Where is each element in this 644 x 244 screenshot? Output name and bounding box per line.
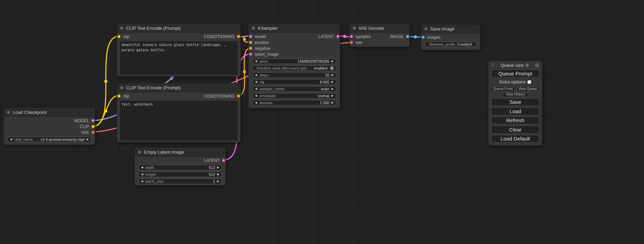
node-title-bar[interactable]: Empty Latent Image [135, 148, 226, 157]
save-button[interactable]: Save [491, 98, 539, 106]
widget-random-seed-toggle[interactable]: Random seed after every gen enabled [252, 65, 336, 71]
positive-prompt-textarea[interactable]: beautiful scenery nature glass bottle la… [120, 41, 238, 75]
node-title-bar[interactable]: KSampler [249, 24, 340, 33]
queue-panel-header: ⠿ Queue size: 0 ⚙ [491, 62, 539, 69]
widget-value: 512 [209, 165, 215, 170]
collapse-dot[interactable] [7, 111, 10, 114]
node-title: CLIP Text Encode (Prompt) [126, 85, 181, 90]
widget-filename-prefix[interactable]: filename_prefix ComfyUI [425, 42, 477, 47]
refresh-button[interactable]: Refresh [491, 117, 539, 125]
node-empty-latent-image[interactable]: Empty Latent Image LATENT ◀ width 512 ▶ … [134, 147, 226, 186]
arrow-left-icon[interactable]: ◀ [255, 81, 257, 83]
output-label-conditioning: CONDITIONING [204, 94, 235, 99]
arrow-right-icon[interactable]: ▶ [217, 173, 219, 176]
node-clip-text-encode-positive[interactable]: CLIP Text Encode (Prompt) clip CONDITION… [117, 24, 241, 76]
input-dot-positive[interactable] [249, 41, 252, 44]
collapse-dot[interactable] [120, 27, 123, 30]
slot-row: model LATENT [249, 34, 340, 39]
node-vae-decode[interactable]: VAE Decode samples IMAGE vae [349, 24, 410, 47]
input-dot-negative[interactable] [249, 47, 252, 50]
widget-name: Random seed after every gen [257, 66, 307, 70]
output-dot-conditioning[interactable] [237, 94, 240, 98]
widget-denoise[interactable]: ◀ denoise 1.000 ▶ [252, 100, 336, 106]
input-dot-model[interactable] [249, 35, 252, 38]
view-queue-button[interactable]: View Queue [516, 87, 540, 91]
arrow-right-icon[interactable]: ▶ [332, 74, 334, 76]
widget-steps[interactable]: ◀ steps 20 ▶ [252, 72, 336, 78]
slot-row: negative [249, 45, 340, 51]
node-title: Save Image [430, 26, 454, 31]
arrow-left-icon[interactable]: ◀ [255, 60, 257, 63]
output-dot-clip[interactable] [91, 125, 95, 128]
view-history-button[interactable]: View History [503, 92, 528, 97]
node-title-bar[interactable]: Load Checkpoint [4, 108, 95, 117]
output-dot-latent[interactable] [336, 35, 339, 38]
widget-scheduler[interactable]: ◀ scheduler normal ▶ [252, 93, 336, 99]
negative-prompt-textarea[interactable]: text, watermark [120, 101, 238, 141]
widget-sampler-name[interactable]: ◀ sampler_name euler ▶ [252, 86, 336, 92]
node-ksampler[interactable]: KSampler model LATENT positive [248, 24, 340, 108]
slot-row: LATENT [135, 157, 226, 163]
input-dot-clip[interactable] [117, 35, 121, 38]
node-title-bar[interactable]: CLIP Text Encode (Prompt) [117, 24, 240, 33]
extra-options-checkbox[interactable] [528, 80, 531, 84]
arrow-right-icon[interactable]: ▶ [332, 88, 334, 90]
slot-row: MODEL [4, 118, 95, 124]
widget-width[interactable]: ◀ width 512 ▶ [138, 165, 222, 170]
arrow-right-icon[interactable]: ▶ [332, 81, 334, 83]
settings-gear-icon[interactable]: ⚙ [535, 62, 539, 69]
output-dot-model[interactable] [91, 119, 95, 122]
input-dot-latent-image[interactable] [249, 53, 252, 56]
collapse-dot[interactable] [353, 27, 356, 30]
output-dot-image[interactable] [406, 35, 409, 38]
widget-ckpt-name[interactable]: ◀ ckpt_name v1-5-pruned-emaonly.ckpt ▶ [7, 137, 91, 142]
queue-prompt-button[interactable]: Queue Prompt [491, 70, 539, 78]
output-dot-conditioning[interactable] [237, 35, 240, 38]
collapse-dot[interactable] [252, 27, 255, 30]
arrow-right-icon[interactable]: ▶ [332, 60, 334, 63]
arrow-left-icon[interactable]: ◀ [141, 180, 143, 183]
load-default-button[interactable]: Load Default [491, 135, 539, 143]
arrow-left-icon[interactable]: ◀ [141, 166, 143, 169]
collapse-dot[interactable] [120, 86, 123, 89]
arrow-left-icon[interactable]: ◀ [255, 94, 257, 97]
arrow-left-icon[interactable]: ◀ [255, 101, 257, 104]
node-title-bar[interactable]: CLIP Text Encode (Prompt) [117, 83, 240, 92]
output-dot-latent[interactable] [222, 159, 225, 162]
node-graph-canvas[interactable]: Load Checkpoint MODEL CLIP VAE [0, 0, 644, 244]
queue-front-button[interactable]: Queue Front [491, 87, 515, 91]
node-clip-text-encode-negative[interactable]: CLIP Text Encode (Prompt) clip CONDITION… [117, 83, 241, 143]
input-dot-vae[interactable] [350, 41, 353, 44]
widget-cfg[interactable]: ◀ cfg 8.000 ▶ [252, 79, 336, 85]
slot-row: positive [249, 39, 340, 45]
node-title-bar[interactable]: Save Image [421, 25, 480, 34]
arrow-left-icon[interactable]: ◀ [255, 74, 257, 76]
arrow-right-icon[interactable]: ▶ [332, 101, 334, 104]
arrow-right-icon[interactable]: ▶ [217, 180, 219, 183]
widget-batch-size[interactable]: ◀ batch_size 1 ▶ [138, 179, 222, 184]
arrow-right-icon[interactable]: ▶ [332, 94, 334, 97]
arrow-right-icon[interactable]: ▶ [217, 166, 219, 169]
input-dot-images[interactable] [422, 36, 425, 39]
collapse-dot[interactable] [424, 27, 427, 30]
widget-name: width [145, 165, 154, 170]
node-save-image[interactable]: Save Image images filename_prefix ComfyU… [421, 24, 480, 50]
output-dot-vae[interactable] [91, 131, 95, 134]
widget-name: filename_prefix [429, 42, 455, 46]
toggle-knob[interactable] [330, 66, 334, 70]
arrow-left-icon[interactable]: ◀ [10, 138, 12, 141]
arrow-left-icon[interactable]: ◀ [255, 88, 257, 90]
widget-name: height [145, 172, 156, 177]
widget-height[interactable]: ◀ height 512 ▶ [138, 172, 222, 177]
widget-seed[interactable]: ◀ seed 156680208700286 ▶ [252, 58, 336, 64]
input-dot-samples[interactable] [350, 35, 353, 38]
node-load-checkpoint[interactable]: Load Checkpoint MODEL CLIP VAE [3, 108, 95, 145]
load-button[interactable]: Load [491, 107, 539, 115]
collapse-dot[interactable] [138, 151, 141, 154]
arrow-left-icon[interactable]: ◀ [141, 173, 143, 176]
node-title-bar[interactable]: VAE Decode [350, 24, 409, 33]
arrow-right-icon[interactable]: ▶ [87, 138, 89, 141]
clear-button[interactable]: Clear [491, 126, 539, 134]
drag-handle-icon[interactable]: ⠿ [491, 63, 494, 68]
input-dot-clip[interactable] [117, 94, 121, 98]
